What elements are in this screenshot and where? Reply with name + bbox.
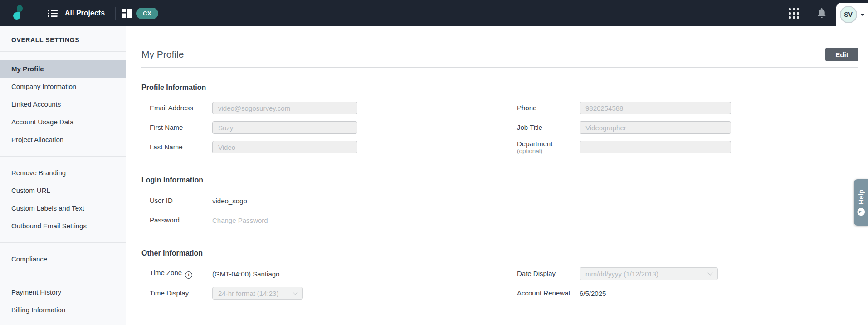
sidebar-item-remove-branding[interactable]: Remove Branding bbox=[0, 164, 126, 182]
account-renewal-value: 6/5/2025 bbox=[580, 290, 606, 297]
section-title-login-information: Login Information bbox=[141, 176, 858, 184]
projects-list-icon[interactable] bbox=[48, 10, 58, 17]
department-field[interactable] bbox=[580, 141, 731, 153]
help-tab[interactable]: ? Help bbox=[854, 179, 868, 226]
department-label-text: Department bbox=[517, 140, 552, 148]
settings-sidebar: OVERALL SETTINGS My Profile Company Info… bbox=[0, 26, 126, 325]
department-label: Department(optional) bbox=[517, 140, 580, 155]
sidebar-item-custom-labels-and-text[interactable]: Custom Labels and Text bbox=[0, 199, 126, 217]
sidebar-item-my-profile[interactable]: My Profile bbox=[0, 60, 126, 78]
job-title-label: Job Title bbox=[517, 123, 580, 131]
field-row-email: Email Address bbox=[150, 102, 357, 114]
time-display-select[interactable]: 24-hr format (14:23) bbox=[212, 287, 303, 300]
user-id-label: User ID bbox=[150, 197, 212, 204]
field-row-department: Department(optional) bbox=[517, 141, 731, 153]
dashboard-icon[interactable] bbox=[122, 9, 132, 18]
date-display-label: Date Display bbox=[517, 270, 580, 277]
sidebar-nav: My Profile Company Information Linked Ac… bbox=[0, 52, 126, 319]
avatar: SV bbox=[840, 6, 857, 23]
logo-drop-teal-icon bbox=[13, 12, 20, 20]
user-id-value: video_sogo bbox=[212, 197, 247, 205]
time-zone-label: Time Zonei bbox=[150, 269, 212, 278]
sidebar-item-linked-accounts[interactable]: Linked Accounts bbox=[0, 95, 126, 113]
first-name-field[interactable] bbox=[212, 121, 357, 134]
sidebar-group-divider bbox=[0, 276, 126, 276]
time-display-value: 24-hr format (14:23) bbox=[218, 290, 278, 297]
phone-label: Phone bbox=[517, 104, 580, 112]
first-name-label: First Name bbox=[150, 123, 212, 131]
account-renewal-label: Account Renewal bbox=[517, 289, 580, 297]
field-row-user-id: User ID video_sogo bbox=[150, 194, 357, 207]
sidebar-group-divider bbox=[0, 242, 126, 243]
field-row-password: Password Change Password bbox=[150, 214, 357, 227]
topbar: All Projects CX bbox=[0, 0, 868, 26]
title-row: My Profile Edit bbox=[141, 48, 858, 68]
help-label: Help bbox=[857, 189, 865, 204]
sidebar-item-project-allocation[interactable]: Project Allocation bbox=[0, 131, 126, 148]
email-field[interactable] bbox=[212, 102, 357, 114]
chevron-down-icon bbox=[293, 290, 297, 295]
date-display-select[interactable]: mm/dd/yyyy (1/12/2013) bbox=[580, 267, 718, 280]
all-projects-label[interactable]: All Projects bbox=[65, 9, 105, 17]
profile-information-section: Profile Information Email Address First … bbox=[141, 84, 858, 160]
user-menu[interactable]: SV bbox=[836, 3, 868, 26]
last-name-label: Last Name bbox=[150, 143, 212, 151]
time-display-label: Time Display bbox=[150, 289, 212, 297]
sidebar-item-outbound-email-settings[interactable]: Outbound Email Settings bbox=[0, 217, 126, 235]
section-title-profile-information: Profile Information bbox=[141, 84, 858, 92]
email-label: Email Address bbox=[150, 104, 212, 112]
cx-badge[interactable]: CX bbox=[136, 8, 158, 19]
info-icon[interactable]: i bbox=[185, 271, 192, 279]
field-row-first-name: First Name bbox=[150, 121, 357, 134]
sogo-logo[interactable] bbox=[0, 0, 38, 26]
sidebar-item-company-information[interactable]: Company Information bbox=[0, 78, 126, 95]
other-information-section: Other Information Time Zonei (GMT-04:00)… bbox=[141, 249, 858, 306]
notifications-bell-icon[interactable] bbox=[817, 8, 827, 19]
hamburger-list-icon bbox=[48, 10, 58, 17]
field-row-last-name: Last Name bbox=[150, 141, 357, 153]
question-mark-icon: ? bbox=[857, 208, 865, 216]
field-row-account-renewal: Account Renewal 6/5/2025 bbox=[517, 287, 718, 300]
edit-button[interactable]: Edit bbox=[825, 48, 858, 61]
field-row-time-zone: Time Zonei (GMT-04:00) Santiago bbox=[150, 267, 357, 280]
change-password-link[interactable]: Change Password bbox=[212, 217, 268, 224]
time-zone-label-text: Time Zone bbox=[150, 269, 182, 276]
last-name-field[interactable] bbox=[212, 141, 357, 153]
sidebar-item-account-usage-data[interactable]: Account Usage Data bbox=[0, 113, 126, 131]
login-information-section: Login Information User ID video_sogo Pas… bbox=[141, 176, 858, 233]
page-title: My Profile bbox=[141, 49, 184, 60]
logo-drop-dark-icon bbox=[17, 5, 23, 12]
field-row-phone: Phone bbox=[517, 102, 731, 114]
sidebar-header: OVERALL SETTINGS bbox=[0, 26, 126, 51]
help-tab-inner: ? Help bbox=[857, 189, 865, 216]
sidebar-item-payment-history[interactable]: Payment History bbox=[0, 283, 126, 301]
main-content: My Profile Edit Profile Information Emai… bbox=[126, 26, 868, 325]
sidebar-item-compliance[interactable]: Compliance bbox=[0, 250, 126, 268]
phone-field[interactable] bbox=[580, 102, 731, 114]
date-display-value: mm/dd/yyyy (1/12/2013) bbox=[585, 270, 658, 278]
department-optional-text: (optional) bbox=[517, 148, 580, 155]
page: All Projects CX bbox=[0, 0, 868, 325]
topbar-divider bbox=[115, 7, 116, 20]
chevron-down-icon bbox=[860, 14, 865, 18]
apps-grid-icon[interactable] bbox=[788, 8, 800, 19]
password-label: Password bbox=[150, 216, 212, 224]
sidebar-item-custom-url[interactable]: Custom URL bbox=[0, 182, 126, 199]
chevron-down-icon bbox=[707, 270, 712, 275]
field-row-date-display: Date Display mm/dd/yyyy (1/12/2013) bbox=[517, 267, 718, 280]
field-row-job-title: Job Title bbox=[517, 121, 731, 134]
job-title-field[interactable] bbox=[580, 121, 731, 134]
field-row-time-display: Time Display 24-hr format (14:23) bbox=[150, 287, 357, 300]
sidebar-item-billing-information[interactable]: Billing Information bbox=[0, 301, 126, 319]
time-zone-value: (GMT-04:00) Santiago bbox=[212, 270, 279, 278]
sidebar-group-divider bbox=[0, 156, 126, 157]
section-title-other-information: Other Information bbox=[141, 249, 858, 257]
